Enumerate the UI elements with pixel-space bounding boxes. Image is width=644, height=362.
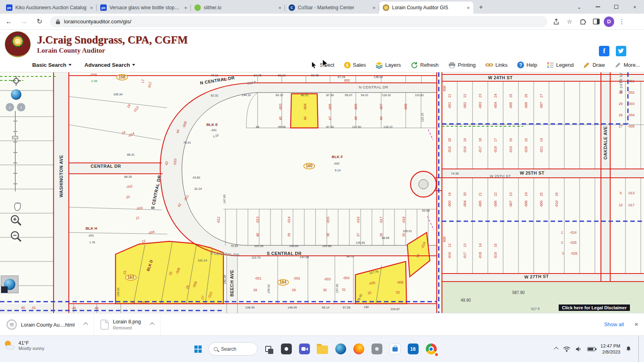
tab-list-caret[interactable]: ⌄ (570, 0, 588, 14)
layers-button[interactable]: Layers (376, 62, 401, 69)
bookmark-star-icon[interactable]: ☆ (564, 16, 575, 27)
download-item-png[interactable]: Lorain 8.png Removed (94, 313, 161, 335)
teams-app-button[interactable] (297, 341, 312, 357)
chevron-up-icon[interactable] (150, 322, 154, 327)
pan-compass-tool[interactable] (11, 76, 21, 88)
twitter-icon[interactable] (616, 46, 626, 56)
tab-close-icon[interactable]: × (372, 5, 376, 10)
browser-menu-icon[interactable]: ⋮ (616, 16, 627, 27)
refresh-button[interactable]: Refresh (411, 62, 439, 69)
volume-icon[interactable] (576, 346, 582, 352)
weather-widget[interactable]: 41°F Mostly sunny (4, 340, 44, 351)
zoom-in-tool[interactable] (10, 214, 23, 228)
task-view-button[interactable] (260, 341, 276, 357)
photos-app-button[interactable] (279, 341, 294, 357)
edge-browser-button[interactable] (333, 341, 348, 357)
download-item-html[interactable]: ▤ Lorain County Au....html (0, 313, 94, 335)
wifi-icon[interactable] (563, 346, 570, 352)
search-label: Search (221, 346, 236, 352)
chevron-down-icon (132, 64, 135, 66)
mail-badge: 16 (407, 343, 418, 354)
tab-lorain-gis[interactable]: Lorain County Auditor GIS × (379, 2, 473, 14)
tab-close-icon[interactable]: × (466, 5, 470, 10)
more-button[interactable]: More... (615, 62, 640, 68)
notification-dot (435, 353, 438, 356)
store-app-button[interactable] (387, 341, 402, 357)
draw-button[interactable]: Draw (583, 62, 605, 68)
extensions-icon[interactable] (577, 16, 588, 27)
tab-costar[interactable]: C CoStar - Marketing Center × (285, 2, 379, 14)
profile-avatar[interactable]: D (604, 16, 614, 27)
sales-button[interactable]: $ Sales (344, 62, 366, 68)
help-button[interactable]: ? Help (517, 62, 537, 68)
minimize-button[interactable] (588, 0, 607, 14)
tab-close-icon[interactable]: × (184, 5, 187, 10)
zoom-out-tool[interactable] (10, 230, 23, 245)
zoom-slider-track (15, 111, 16, 191)
firefox-icon (353, 343, 364, 354)
taskbar-clock[interactable]: 12:47 PM 2/8/2023 (601, 343, 620, 355)
zoom-slider-handle[interactable] (12, 136, 18, 139)
refresh-icon (411, 62, 418, 69)
file-explorer-button[interactable] (315, 341, 330, 357)
proxibid-favicon: pb (100, 4, 107, 11)
tab-title: CoStar - Marketing Center (298, 5, 369, 10)
links-button[interactable]: Links (485, 62, 508, 68)
share-icon[interactable] (551, 16, 562, 27)
next-extent-button[interactable]: › (17, 103, 25, 111)
tab-slither[interactable]: slither.io × (191, 2, 285, 14)
basic-search-dropdown[interactable]: Basic Search (32, 62, 72, 68)
firefox-browser-button[interactable] (351, 341, 366, 357)
camera-app-button[interactable] (369, 341, 384, 357)
windows-logo-icon (194, 346, 202, 353)
side-panel-icon[interactable] (590, 16, 602, 27)
tab-close-icon[interactable]: × (90, 5, 93, 10)
globe-full-extent-tool[interactable] (11, 89, 21, 100)
zoom-slider[interactable] (12, 111, 19, 191)
browser-navbar: ← → ↻ loraincountyauditor.com/gis/ ☆ D ⋮ (0, 14, 644, 30)
overview-map-button[interactable] (1, 276, 19, 293)
map-canvas (0, 72, 644, 313)
store-icon (389, 343, 400, 354)
hidden-icons-chevron[interactable] (554, 347, 558, 351)
dollar-icon: $ (344, 62, 351, 68)
back-button[interactable]: ← (2, 15, 15, 28)
url-bar[interactable]: loraincountyauditor.com/gis/ (50, 16, 547, 27)
maximize-button[interactable] (607, 0, 625, 14)
notifications-bell-icon[interactable] (625, 346, 632, 352)
legend-button[interactable]: Legend (547, 62, 574, 68)
proxibid-favicon: pb (6, 4, 12, 11)
forward-button[interactable]: → (18, 15, 31, 28)
taskbar-search[interactable]: Search (208, 342, 258, 356)
tab-close-icon[interactable]: × (278, 5, 281, 10)
advanced-search-dropdown[interactable]: Advanced Search (85, 62, 135, 68)
url-text: loraincountyauditor.com/gis/ (64, 19, 131, 25)
legal-disclaimer-link[interactable]: Click here for Legal Disclaimer (559, 304, 630, 311)
chevron-up-icon[interactable] (84, 322, 88, 327)
tab-kiko[interactable]: pb Kiko Auctioneers Auction Catalog × (2, 2, 97, 14)
county-seal-logo (5, 31, 31, 57)
layers-icon (376, 62, 383, 69)
download-file-icon: ▤ (6, 319, 17, 330)
show-all-downloads-button[interactable]: Show all (604, 321, 624, 327)
globe-icon (4, 279, 15, 290)
start-button[interactable] (190, 341, 206, 357)
new-tab-button[interactable]: + (476, 2, 486, 12)
show-desktop-button[interactable] (638, 336, 640, 362)
gis-map[interactable]: N CENTRAL DR.618 ftN CENTRAL DRW 24TH ST… (0, 72, 644, 313)
camera-icon (371, 343, 382, 354)
window-close-button[interactable]: × (625, 0, 644, 14)
facebook-icon[interactable]: f (599, 46, 609, 56)
tab-versace[interactable]: pb Versace glass wine bottle stopper × (97, 2, 191, 14)
printing-button[interactable]: Printing (448, 62, 476, 68)
pan-hand-tool[interactable] (12, 201, 22, 213)
legend-icon (547, 62, 554, 68)
previous-extent-button[interactable]: ‹ (6, 103, 14, 111)
download-status: Removed (113, 325, 141, 330)
close-download-bar-icon[interactable]: × (634, 321, 638, 329)
reload-button[interactable]: ↻ (33, 15, 46, 28)
outlook-app-button[interactable]: 16 (405, 341, 421, 357)
chrome-browser-button[interactable] (423, 341, 439, 357)
printer-icon (448, 62, 456, 68)
battery-icon[interactable] (587, 347, 595, 351)
